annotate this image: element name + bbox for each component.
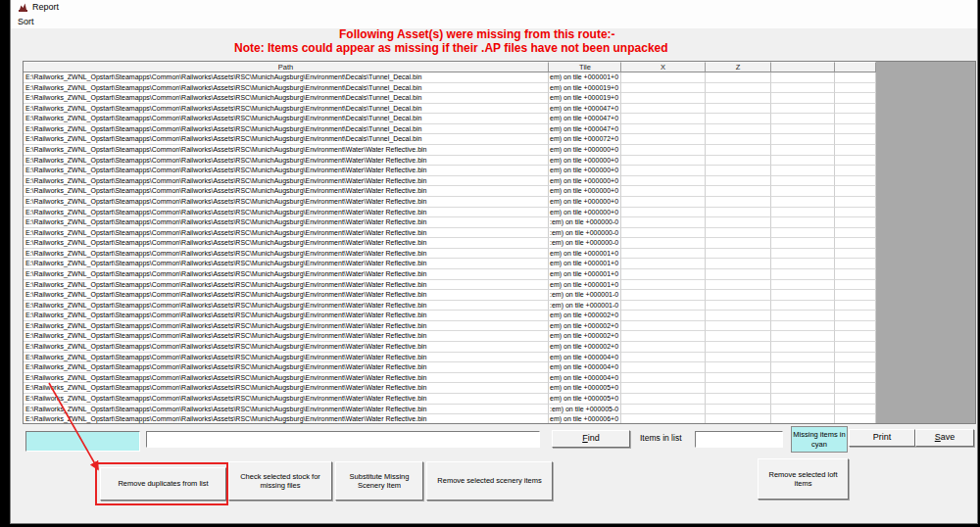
column-header-z[interactable]: Z	[706, 62, 771, 72]
empty-cell	[835, 414, 876, 424]
table-row[interactable]: E:\Railworks_ZWNL_Opstart\Steamapps\Comm…	[24, 414, 876, 424]
empty-cell	[706, 311, 771, 321]
tile-cell: :em) on tile +000000-0	[549, 238, 621, 249]
table-row[interactable]: E:\Railworks_ZWNL_Opstart\Steamapps\Comm…	[24, 290, 876, 301]
table-row[interactable]: E:\Railworks_ZWNL_Opstart\Steamapps\Comm…	[24, 83, 876, 94]
table-row[interactable]: E:\Railworks_ZWNL_Opstart\Steamapps\Comm…	[24, 331, 876, 342]
items-in-list-count-input[interactable]	[695, 431, 783, 448]
empty-cell	[835, 72, 876, 83]
empty-cell	[771, 145, 835, 156]
check-selected-stock-button[interactable]: Check selected stock for missing files	[228, 461, 332, 501]
table-row[interactable]: E:\Railworks_ZWNL_Opstart\Steamapps\Comm…	[24, 104, 876, 115]
empty-cell	[771, 238, 835, 249]
table-row[interactable]: E:\Railworks_ZWNL_Opstart\Steamapps\Comm…	[24, 238, 876, 249]
find-input[interactable]	[146, 431, 540, 448]
column-header-blank4[interactable]	[771, 62, 835, 72]
path-cell: E:\Railworks_ZWNL_Opstart\Steamapps\Comm…	[24, 156, 549, 167]
table-row[interactable]: E:\Railworks_ZWNL_Opstart\Steamapps\Comm…	[24, 197, 876, 208]
table-row[interactable]: E:\Railworks_ZWNL_Opstart\Steamapps\Comm…	[24, 301, 876, 311]
table-row[interactable]: E:\Railworks_ZWNL_Opstart\Steamapps\Comm…	[24, 259, 876, 269]
empty-cell	[706, 72, 771, 83]
tile-cell: em) on tile +000005+0	[549, 383, 621, 394]
table-row[interactable]: E:\Railworks_ZWNL_Opstart\Steamapps\Comm…	[24, 249, 876, 260]
empty-cell	[835, 197, 876, 208]
tile-cell: em) on tile +000000+0	[549, 186, 621, 197]
path-cell: E:\Railworks_ZWNL_Opstart\Steamapps\Comm…	[24, 238, 549, 249]
empty-cell	[771, 114, 835, 124]
empty-cell	[771, 228, 835, 239]
path-cell: E:\Railworks_ZWNL_Opstart\Steamapps\Comm…	[24, 134, 549, 145]
find-button[interactable]: Find	[552, 430, 630, 448]
table-row[interactable]: E:\Railworks_ZWNL_Opstart\Steamapps\Comm…	[24, 353, 876, 363]
table-row[interactable]: E:\Railworks_ZWNL_Opstart\Steamapps\Comm…	[24, 373, 876, 384]
table-row[interactable]: E:\Railworks_ZWNL_Opstart\Steamapps\Comm…	[24, 176, 876, 187]
title-bar[interactable]: Report	[11, 0, 977, 15]
path-cell: E:\Railworks_ZWNL_Opstart\Steamapps\Comm…	[24, 383, 549, 394]
empty-cell	[771, 249, 835, 260]
table-row[interactable]: E:\Railworks_ZWNL_Opstart\Steamapps\Comm…	[24, 134, 876, 145]
empty-cell	[835, 228, 876, 239]
table-row[interactable]: E:\Railworks_ZWNL_Opstart\Steamapps\Comm…	[24, 228, 876, 239]
table-row[interactable]: E:\Railworks_ZWNL_Opstart\Steamapps\Comm…	[24, 93, 876, 104]
empty-cell	[835, 145, 876, 156]
table-row[interactable]: E:\Railworks_ZWNL_Opstart\Steamapps\Comm…	[24, 321, 876, 332]
table-row[interactable]: E:\Railworks_ZWNL_Opstart\Steamapps\Comm…	[24, 269, 876, 280]
table-row[interactable]: E:\Railworks_ZWNL_Opstart\Steamapps\Comm…	[24, 394, 876, 405]
table-row[interactable]: E:\Railworks_ZWNL_Opstart\Steamapps\Comm…	[24, 145, 876, 156]
table-row[interactable]: E:\Railworks_ZWNL_Opstart\Steamapps\Comm…	[24, 217, 876, 228]
empty-cell	[621, 186, 706, 197]
table-row[interactable]: E:\Railworks_ZWNL_Opstart\Steamapps\Comm…	[24, 72, 876, 83]
path-cell: E:\Railworks_ZWNL_Opstart\Steamapps\Comm…	[24, 217, 549, 228]
menu-item-sort[interactable]: Sort	[15, 17, 37, 26]
tile-cell: em) on tile +000005+0	[549, 394, 621, 405]
empty-cell	[835, 114, 876, 124]
print-button[interactable]: Print	[849, 429, 915, 447]
empty-cell	[771, 321, 835, 332]
table-row[interactable]: E:\Railworks_ZWNL_Opstart\Steamapps\Comm…	[24, 342, 876, 353]
tile-cell: em) on tile +000004+0	[549, 362, 621, 373]
remove-selected-scenery-button[interactable]: Remove selected scenery items	[426, 461, 553, 501]
tile-cell: :em) on tile +000001-0	[549, 290, 621, 301]
remove-selected-loft-button[interactable]: Remove selected loft items	[758, 458, 849, 500]
tile-cell: :em) on tile +000000-0	[549, 217, 621, 228]
empty-cell	[621, 93, 706, 104]
column-header-x[interactable]: X	[621, 62, 706, 72]
empty-cell	[706, 394, 771, 405]
tile-cell: em) on tile +000047+0	[549, 104, 621, 115]
table-row[interactable]: E:\Railworks_ZWNL_Opstart\Steamapps\Comm…	[24, 280, 876, 291]
table-row[interactable]: E:\Railworks_ZWNL_Opstart\Steamapps\Comm…	[24, 114, 876, 124]
empty-cell	[771, 394, 835, 405]
column-header-tile[interactable]: Tile	[549, 62, 621, 72]
table-row[interactable]: E:\Railworks_ZWNL_Opstart\Steamapps\Comm…	[24, 405, 876, 415]
empty-cell	[771, 414, 835, 424]
empty-cell	[706, 414, 771, 424]
empty-cell	[771, 217, 835, 228]
table-row[interactable]: E:\Railworks_ZWNL_Opstart\Steamapps\Comm…	[24, 166, 876, 176]
table-row[interactable]: E:\Railworks_ZWNL_Opstart\Steamapps\Comm…	[24, 311, 876, 321]
path-cell: E:\Railworks_ZWNL_Opstart\Steamapps\Comm…	[24, 259, 549, 269]
substitute-missing-scenery-button[interactable]: Substitute Missing Scenery Item	[335, 461, 423, 501]
table-row[interactable]: E:\Railworks_ZWNL_Opstart\Steamapps\Comm…	[24, 156, 876, 167]
empty-cell	[621, 383, 706, 394]
table-row[interactable]: E:\Railworks_ZWNL_Opstart\Steamapps\Comm…	[24, 124, 876, 135]
tile-cell: em) on tile +000002+0	[549, 311, 621, 321]
tile-cell: em) on tile +000001+0	[549, 280, 621, 291]
empty-cell	[706, 83, 771, 94]
empty-cell	[621, 353, 706, 363]
path-cell: E:\Railworks_ZWNL_Opstart\Steamapps\Comm…	[24, 280, 549, 291]
remove-duplicates-button[interactable]: Remove duplicates from list	[100, 467, 226, 501]
table-row[interactable]: E:\Railworks_ZWNL_Opstart\Steamapps\Comm…	[24, 208, 876, 218]
missing-assets-table[interactable]: PathTileXZ E:\Railworks_ZWNL_Opstart\Ste…	[23, 61, 976, 424]
save-button[interactable]: Save	[915, 429, 974, 447]
path-cell: E:\Railworks_ZWNL_Opstart\Steamapps\Comm…	[24, 197, 549, 208]
table-row[interactable]: E:\Railworks_ZWNL_Opstart\Steamapps\Comm…	[24, 362, 876, 373]
table-row[interactable]: E:\Railworks_ZWNL_Opstart\Steamapps\Comm…	[24, 186, 876, 197]
tile-cell: :em) on tile +000001-0	[549, 301, 621, 311]
column-header-blank5[interactable]	[835, 62, 876, 72]
empty-cell	[835, 176, 876, 187]
table-row[interactable]: E:\Railworks_ZWNL_Opstart\Steamapps\Comm…	[24, 383, 876, 394]
column-header-path[interactable]: Path	[24, 62, 549, 72]
empty-cell	[621, 156, 706, 167]
empty-cell	[621, 311, 706, 321]
path-cell: E:\Railworks_ZWNL_Opstart\Steamapps\Comm…	[24, 331, 549, 342]
